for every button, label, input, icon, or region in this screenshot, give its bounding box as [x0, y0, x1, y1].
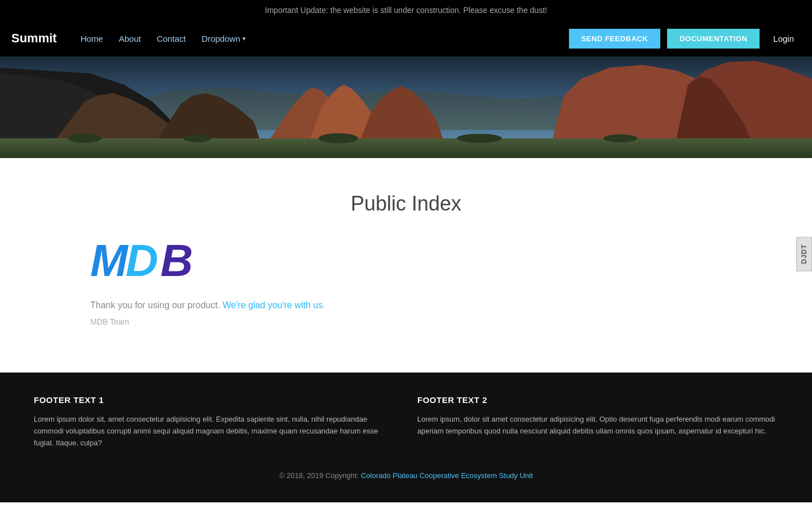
nav-dropdown-label: Dropdown — [202, 34, 240, 43]
chevron-down-icon: ▾ — [242, 35, 246, 42]
copyright-link[interactable]: Colorado Plateau Cooperative Ecosystem S… — [361, 471, 533, 480]
footer-col1-title: FOOTER TEXT 1 — [34, 395, 395, 405]
mdb-letter-b: B — [160, 238, 193, 283]
send-feedback-button[interactable]: SEND FEEDBACK — [569, 29, 660, 49]
tagline: Thank you for using our product. We're g… — [90, 300, 722, 310]
footer-col2-text: Lorem ipsum, dolor sit amet consectetur … — [417, 414, 778, 437]
footer-col1-text: Lorem ipsum dolor sit, amet consectetur … — [34, 414, 395, 449]
footer-bottom: © 2018, 2019 Copyright: Colorado Plateau… — [34, 466, 778, 480]
mdb-letter-d: D — [126, 238, 158, 283]
footer: FOOTER TEXT 1 Lorem ipsum dolor sit, ame… — [0, 373, 812, 502]
svg-point-17 — [603, 134, 637, 142]
svg-point-16 — [457, 134, 502, 143]
copyright-text: © 2018, 2019 Copyright: — [279, 471, 361, 480]
navbar-right: SEND FEEDBACK DOCUMENTATION Login — [569, 29, 801, 49]
page-title: Public Index — [90, 192, 722, 216]
svg-point-14 — [183, 134, 211, 142]
footer-col-2: FOOTER TEXT 2 Lorem ipsum, dolor sit ame… — [417, 395, 778, 449]
navbar: Summit Home About Contact Dropdown ▾ SEN… — [0, 20, 812, 56]
mdb-letter-m: M — [90, 238, 128, 283]
login-link[interactable]: Login — [766, 29, 801, 48]
nav-dropdown[interactable]: Dropdown ▾ — [195, 29, 253, 48]
svg-point-13 — [68, 134, 102, 143]
alert-text: Important Update: the website is still u… — [265, 6, 547, 15]
footer-col-1: FOOTER TEXT 1 Lorem ipsum dolor sit, ame… — [34, 395, 395, 449]
mdb-logo: M D B — [90, 238, 722, 283]
tagline-part2: We're glad you're with us. — [223, 300, 325, 310]
hero-image — [0, 56, 812, 158]
nav-links: Home About Contact Dropdown ▾ — [74, 29, 569, 48]
nav-contact[interactable]: Contact — [150, 29, 193, 48]
navbar-brand[interactable]: Summit — [11, 31, 57, 46]
svg-point-15 — [319, 133, 358, 143]
footer-col2-title: FOOTER TEXT 2 — [417, 395, 778, 405]
svg-rect-2 — [0, 138, 812, 158]
documentation-button[interactable]: DOCUMENTATION — [667, 29, 760, 49]
main-content: Public Index M D B Thank you for using o… — [0, 158, 812, 373]
debug-toolbar-tab[interactable]: DJDT — [796, 237, 812, 271]
mdb-logo-text: M D B — [90, 238, 193, 283]
tagline-part1: Thank you for using our product. — [90, 300, 223, 310]
nav-about[interactable]: About — [112, 29, 148, 48]
footer-columns: FOOTER TEXT 1 Lorem ipsum dolor sit, ame… — [34, 395, 778, 449]
nav-home[interactable]: Home — [74, 29, 110, 48]
alert-bar: Important Update: the website is still u… — [0, 0, 812, 20]
team-credit: MDB Team — [90, 317, 722, 326]
